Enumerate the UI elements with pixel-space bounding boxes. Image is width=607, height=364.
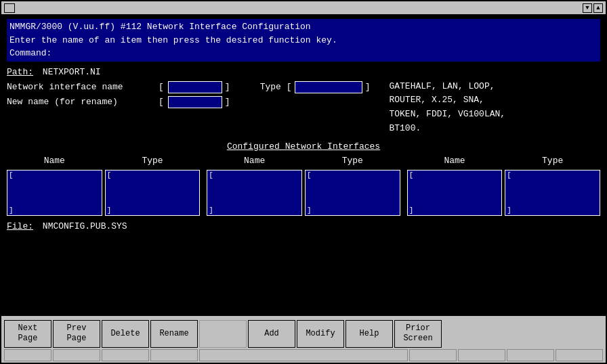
col-pair-3-header: Name Type — [407, 156, 600, 167]
header-section: NMMGR/3000 (V.uu.ff) #112 Network Interf… — [7, 19, 600, 62]
file-label: File: — [7, 221, 33, 231]
f3-label — [102, 349, 149, 361]
f9-label — [556, 349, 603, 361]
modify-button[interactable]: Modify — [297, 320, 344, 348]
col2-name-header: Name — [207, 156, 302, 167]
type-options: GATEHALF, LAN, LOOP, ROUTER, X.25, SNA, … — [389, 80, 505, 136]
type-bracket-open: [ — [287, 82, 292, 92]
form-fields: Network interface name [ ] Type [ ] New … — [7, 81, 370, 108]
f4-label — [150, 349, 198, 361]
newname-bracket-open: [ — [159, 97, 164, 107]
empty-button-f5 — [199, 320, 247, 348]
network-name-row: Network interface name [ ] Type [ ] — [7, 81, 370, 93]
cell-3-type[interactable]: [ ] — [505, 170, 600, 216]
network-name-input[interactable] — [168, 81, 222, 93]
type-label: Type — [260, 82, 281, 92]
cell-2-name[interactable]: [ ] — [207, 170, 302, 216]
col3-type-header: Type — [505, 156, 600, 167]
table-columns: Name Type [ ] [ ] — [7, 156, 600, 216]
maximize-button[interactable]: ▲ — [593, 3, 603, 13]
title-box-icon[interactable] — [4, 3, 15, 13]
next-page-button[interactable]: NextPage — [4, 320, 51, 348]
newname-row: New name (for rename) [ ] — [7, 96, 370, 108]
col2-type-header: Type — [305, 156, 400, 167]
header-line3: Command: — [9, 47, 598, 60]
cell-1-name[interactable]: [ ] — [7, 170, 102, 216]
add-button[interactable]: Add — [248, 320, 295, 348]
title-bar: ▼ ▲ — [1, 1, 606, 15]
type-bracket-close: ] — [365, 82, 371, 92]
col-pair-2-header: Name Type — [207, 156, 400, 167]
f8-label — [507, 349, 554, 361]
header-line1: NMMGR/3000 (V.uu.ff) #112 Network Interf… — [9, 20, 598, 34]
path-value: NETXPORT.NI — [43, 67, 101, 77]
network-name-bracket-close: ] — [225, 82, 230, 92]
network-name-bracket-open: [ — [159, 82, 164, 92]
file-row: File: NMCONFIG.PUB.SYS — [7, 221, 600, 231]
col-pair-1-cells: [ ] [ ] — [7, 170, 200, 216]
col1-name-header: Name — [7, 156, 102, 167]
newname-input[interactable] — [168, 96, 222, 108]
col-pair-1: Name Type [ ] [ ] — [7, 156, 200, 216]
f7-label — [458, 349, 505, 361]
newname-label: New name (for rename) — [7, 97, 156, 107]
help-button[interactable]: Help — [346, 320, 393, 348]
col-pair-2-cells: [ ] [ ] — [207, 170, 400, 216]
terminal-content: NMMGR/3000 (V.uu.ff) #112 Network Interf… — [1, 15, 606, 316]
path-row: Path: NETXPORT.NI — [7, 67, 600, 77]
rename-button[interactable]: Rename — [150, 320, 198, 348]
cell-1-type[interactable]: [ ] — [105, 170, 201, 216]
col-pair-2: Name Type [ ] [ ] — [207, 156, 400, 216]
network-name-label: Network interface name — [7, 82, 156, 92]
col-pair-3: Name Type [ ] [ ] — [407, 156, 600, 216]
prev-page-button[interactable]: PrevPage — [53, 320, 100, 348]
button-bar-row2 — [4, 349, 603, 361]
form-section: Network interface name [ ] Type [ ] New … — [7, 80, 600, 136]
f2-label — [53, 349, 100, 361]
path-label: Path: — [7, 67, 33, 77]
type-input[interactable] — [295, 81, 362, 93]
col1-type-header: Type — [105, 156, 201, 167]
title-bar-right: ▼ ▲ — [583, 3, 603, 13]
col-pair-3-cells: [ ] [ ] — [407, 170, 600, 216]
delete-button[interactable]: Delete — [102, 320, 149, 348]
newname-bracket-close: ] — [225, 97, 230, 107]
prior-screen-button[interactable]: PriorScreen — [394, 320, 442, 348]
f1-label — [4, 349, 51, 361]
col-pair-1-header: Name Type — [7, 156, 200, 167]
cell-3-name[interactable]: [ ] — [407, 170, 503, 216]
col3-name-header: Name — [407, 156, 503, 167]
header-line2: Enter the name of an item then press the… — [9, 34, 598, 47]
minimize-button[interactable]: ▼ — [583, 3, 592, 13]
f6-label — [409, 349, 457, 361]
button-bar-row1: NextPage PrevPage Delete Rename Add Modi… — [4, 320, 603, 348]
window-frame: ▼ ▲ NMMGR/3000 (V.uu.ff) #112 Network In… — [0, 0, 607, 364]
table-title: Configured Network Interfaces — [7, 141, 600, 152]
file-value: NMCONFIG.PUB.SYS — [43, 221, 127, 231]
cell-2-type[interactable]: [ ] — [305, 170, 400, 216]
title-bar-left — [4, 3, 15, 13]
f5-label — [199, 349, 408, 361]
bottom-bar: NextPage PrevPage Delete Rename Add Modi… — [1, 316, 606, 363]
